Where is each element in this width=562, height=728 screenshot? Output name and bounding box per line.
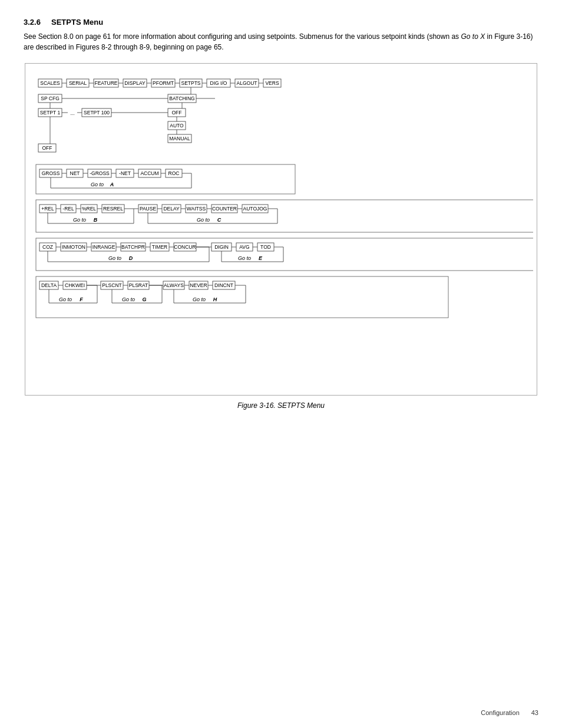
node-pctrel: %REL [82,206,96,212]
label-b: B [94,217,98,223]
label-d: D [129,255,133,261]
label-h: H [213,297,217,302]
node-scales: SCALES [40,80,60,86]
node-batching: BATCHING [169,95,194,101]
node-setpt100: SETPT 100 [84,110,110,116]
node-plscnt: PLSCNT [102,282,122,288]
node-accum: ACCUM [140,170,158,176]
node-batchpr: BATCHPR [121,244,145,250]
label-c: C [217,217,222,223]
diagram-container: .node-rect { fill: white; stroke: #333; … [25,63,537,396]
node-delay: DELAY [163,206,180,212]
node-avg: AVG [239,244,249,250]
node-dincnt: DINCNT [214,282,233,288]
node-display: DISPLAY [124,80,146,86]
footer: Configuration 43 [481,709,538,716]
label-e: E [259,255,263,261]
label-goto-f: Go to [59,297,72,302]
node-resrel: RESREL [103,206,123,212]
node-inrange: INRANGE [92,244,115,250]
node-auto: AUTO [170,123,184,129]
node-digin: DIGIN [214,244,229,250]
node-off-left: OFF [42,145,52,151]
node-autojog: AUTOJOG [243,206,267,212]
svg-rect-36 [36,164,295,194]
menu-diagram: .node-rect { fill: white; stroke: #333; … [32,73,533,386]
node-net: NET [70,170,80,176]
section-number: 3.2.6 [24,18,41,27]
label-a: A [110,182,114,187]
label-goto-h: Go to [193,297,206,302]
node-concur: CONCUR [174,244,196,250]
node-ellipsis: ... [70,110,74,116]
node-plsrat: PLSRAT [129,282,148,288]
label-goto-g: Go to [122,297,135,302]
label-f: F [80,297,83,302]
node-mnet: -NET [119,170,131,176]
node-mrel: -REL [62,206,74,212]
intro-text: See Section 8.0 on page 61 for more info… [24,31,538,52]
node-algout: ALGOUT [237,80,257,86]
node-always: ALWAYS [164,282,184,288]
node-coz: COZ [42,244,53,250]
node-setpt1: SETPT 1 [40,110,61,116]
node-prel: +REL [41,206,54,212]
node-tod: TOD [260,244,271,250]
node-inmoton: INMOTON [62,244,85,250]
node-manual: MANUAL [169,136,190,141]
node-delta: DELTA [41,282,57,288]
label-g: G [142,297,146,302]
node-feature: FEATURE [94,80,117,86]
section-heading: 3.2.6 SETPTS Menu [24,18,538,27]
node-gross: GROSS [42,170,60,176]
section-title: SETPTS Menu [51,18,103,27]
node-spcfg: SP CFG [41,95,59,101]
node-pause: PAUSE [140,206,157,212]
node-serial: SERIAL [69,80,87,86]
label-goto-b: Go to [73,217,86,223]
svg-rect-104 [36,276,448,318]
node-vers: VERS [265,80,279,86]
label-goto-d: Go to [108,255,121,261]
node-roc: ROC [168,170,180,176]
node-digio: DIG I/O [210,80,227,86]
node-pformt: PFORMT [153,80,174,86]
footer-label: Configuration [481,709,519,716]
footer-page: 43 [531,709,538,716]
label-goto-e: Go to [238,255,251,261]
node-chkwei: CHKWEI [65,282,85,288]
node-counter: COUNTER [212,206,237,212]
label-goto-a: Go to [91,182,104,187]
node-mgross: -GROSS [90,170,110,176]
figure-caption: Figure 3-16. SETPTS Menu [24,401,538,410]
node-timer: TIMER [152,244,167,250]
node-off1: OFF [172,110,182,116]
node-waitss: WAITSS [187,206,206,212]
node-never: NEVER [190,282,207,288]
label-goto-c: Go to [197,217,210,223]
node-setpts: SETPTS [181,80,200,86]
